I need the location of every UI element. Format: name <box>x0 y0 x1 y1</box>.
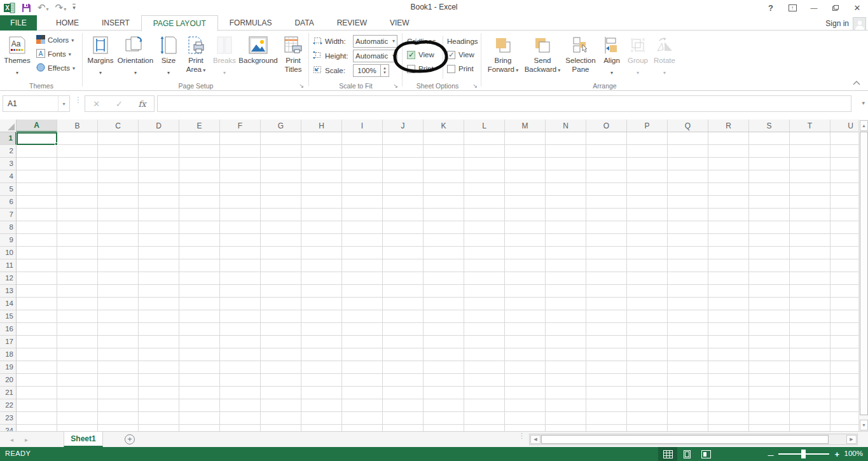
print-titles-button[interactable]: Print Titles <box>279 32 307 86</box>
headings-print-option[interactable]: Print <box>447 62 480 76</box>
vertical-scroll-thumb[interactable] <box>860 132 868 415</box>
themes-button[interactable]: Aa Themes <box>4 32 31 86</box>
page-layout-view-button[interactable] <box>677 447 696 461</box>
column-header-R[interactable]: R <box>708 120 749 132</box>
row-header-4[interactable]: 4 <box>0 170 16 183</box>
enter-icon[interactable]: ✓ <box>116 99 123 109</box>
name-box-dropdown-icon[interactable]: ▾ <box>58 96 69 111</box>
print-area-button[interactable]: Print Area <box>181 32 210 86</box>
gridlines-view-option[interactable]: View <box>407 48 440 62</box>
tab-insert[interactable]: INSERT <box>90 15 141 31</box>
column-header-N[interactable]: N <box>546 120 586 132</box>
headings-view-checkbox[interactable] <box>447 51 455 59</box>
zoom-level[interactable]: 100% <box>844 450 863 457</box>
tab-file[interactable]: FILE <box>0 15 37 31</box>
close-icon[interactable] <box>849 1 865 14</box>
name-box[interactable]: A1 ▾ <box>3 95 70 112</box>
horizontal-scroll-thumb[interactable] <box>541 435 829 444</box>
vertical-scrollbar[interactable]: ▲ ▼ <box>858 120 868 431</box>
zoom-slider[interactable] <box>778 453 829 455</box>
column-header-Q[interactable]: Q <box>668 120 708 132</box>
column-header-M[interactable]: M <box>505 120 546 132</box>
row-header-5[interactable]: 5 <box>0 183 16 196</box>
row-header-6[interactable]: 6 <box>0 196 16 209</box>
bring-forward-button[interactable]: Bring Forward <box>485 32 521 86</box>
row-header-8[interactable]: 8 <box>0 221 16 234</box>
row-header-9[interactable]: 9 <box>0 234 16 247</box>
ribbon-display-options-icon[interactable] <box>784 1 801 14</box>
theme-effects-button[interactable]: Effects <box>34 61 75 75</box>
selected-cell-A1[interactable] <box>17 132 57 145</box>
minimize-icon[interactable] <box>806 1 822 14</box>
zoom-slider-thumb[interactable] <box>801 450 806 458</box>
sheet-nav-right-icon[interactable]: ▸ <box>25 436 28 443</box>
rotate-button[interactable]: Rotate <box>652 32 677 86</box>
row-header-1[interactable]: 1 <box>0 132 17 145</box>
zoom-out-icon[interactable] <box>768 448 773 460</box>
headings-print-checkbox[interactable] <box>447 65 455 73</box>
row-header-12[interactable]: 12 <box>0 272 16 285</box>
column-header-A[interactable]: A <box>17 120 57 132</box>
scale-input[interactable]: 100% <box>353 64 381 77</box>
gridlines-print-option[interactable]: Print <box>407 62 440 76</box>
insert-function-icon[interactable]: fx <box>138 99 146 109</box>
selection-pane-button[interactable]: Selection Pane <box>563 32 598 86</box>
page-break-preview-button[interactable] <box>696 447 715 461</box>
column-header-B[interactable]: B <box>57 120 98 132</box>
column-header-I[interactable]: I <box>342 120 383 132</box>
tab-view[interactable]: VIEW <box>378 15 421 31</box>
height-dropdown[interactable]: Automatic <box>353 50 397 62</box>
column-header-E[interactable]: E <box>179 120 220 132</box>
column-header-T[interactable]: T <box>790 120 830 132</box>
sheet-tab-sheet1[interactable]: Sheet1 <box>64 432 103 447</box>
row-header-22[interactable]: 22 <box>0 399 16 412</box>
column-header-U[interactable]: U <box>830 120 858 132</box>
row-header-24[interactable]: 24 <box>0 425 16 431</box>
row-header-20[interactable]: 20 <box>0 374 16 387</box>
fill-handle[interactable] <box>55 142 58 146</box>
tab-data[interactable]: DATA <box>283 15 325 31</box>
formula-bar-expand-icon[interactable]: ▾ <box>862 100 865 106</box>
breaks-button[interactable]: Breaks <box>212 32 237 86</box>
margins-button[interactable]: Margins <box>85 32 116 86</box>
scroll-right-icon[interactable]: ▶ <box>846 435 857 444</box>
scrollbar-resize-handle[interactable]: ⋮ <box>518 434 525 437</box>
align-button[interactable]: Align <box>600 32 624 86</box>
column-header-H[interactable]: H <box>301 120 342 132</box>
cells-area[interactable] <box>17 132 858 431</box>
sign-in-link[interactable]: Sign in <box>825 19 849 28</box>
avatar[interactable] <box>853 17 866 31</box>
help-icon[interactable] <box>762 1 779 14</box>
row-header-15[interactable]: 15 <box>0 310 16 323</box>
row-header-3[interactable]: 3 <box>0 158 16 170</box>
gridlines-view-checkbox[interactable] <box>407 51 415 59</box>
column-header-O[interactable]: O <box>586 120 627 132</box>
tab-home[interactable]: HOME <box>45 15 90 31</box>
row-header-16[interactable]: 16 <box>0 323 16 336</box>
column-header-F[interactable]: F <box>220 120 261 132</box>
scroll-down-icon[interactable]: ▼ <box>860 420 868 430</box>
collapse-ribbon-icon[interactable] <box>853 76 860 88</box>
row-header-14[interactable]: 14 <box>0 298 16 310</box>
background-button[interactable]: Background <box>237 32 279 86</box>
restore-icon[interactable] <box>827 1 844 14</box>
column-header-J[interactable]: J <box>383 120 424 132</box>
page-setup-dialog-launcher[interactable] <box>299 83 304 89</box>
horizontal-scrollbar[interactable]: ◀ ▶ <box>529 434 858 445</box>
column-header-C[interactable]: C <box>98 120 139 132</box>
tab-page-layout[interactable]: PAGE LAYOUT <box>141 15 218 31</box>
row-header-11[interactable]: 11 <box>0 259 16 272</box>
group-button[interactable]: Group <box>625 32 651 86</box>
column-header-G[interactable]: G <box>261 120 301 132</box>
column-header-K[interactable]: K <box>424 120 464 132</box>
row-header-13[interactable]: 13 <box>0 285 16 298</box>
column-header-P[interactable]: P <box>627 120 668 132</box>
row-header-21[interactable]: 21 <box>0 387 16 399</box>
theme-colors-button[interactable]: Colors <box>34 33 75 47</box>
headings-view-option[interactable]: View <box>447 48 480 62</box>
scroll-left-icon[interactable]: ◀ <box>530 435 541 444</box>
theme-fonts-button[interactable]: A Fonts <box>34 47 75 61</box>
sheet-nav-left-icon[interactable]: ◂ <box>10 436 13 443</box>
column-header-L[interactable]: L <box>464 120 505 132</box>
tab-review[interactable]: REVIEW <box>326 15 378 31</box>
